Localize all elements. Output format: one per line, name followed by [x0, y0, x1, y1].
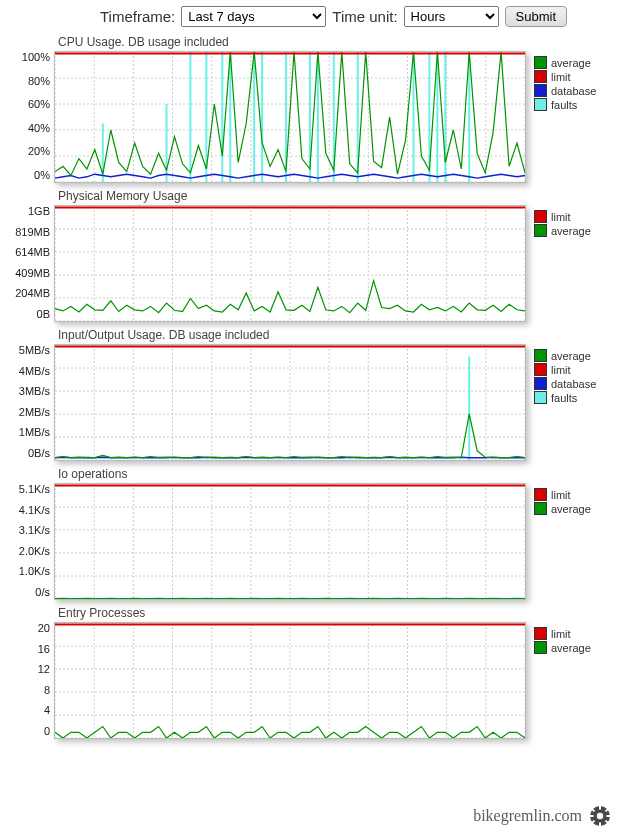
y-axis-labels: 5.1K/s4.1K/s3.1K/s2.0K/s1.0K/s0/s — [0, 483, 54, 598]
y-tick: 204MB — [0, 287, 50, 299]
y-tick: 4MB/s — [0, 365, 50, 377]
legend: limitaverage — [526, 622, 604, 655]
legend-label: faults — [551, 99, 577, 111]
chart-title: Physical Memory Usage — [58, 189, 618, 203]
y-tick: 4.1K/s — [0, 504, 50, 516]
y-tick: 80% — [0, 75, 50, 87]
limit-swatch — [534, 70, 547, 83]
legend: limitaverage — [526, 205, 604, 238]
legend: averagelimitdatabasefaults — [526, 51, 604, 112]
y-tick: 819MB — [0, 226, 50, 238]
legend-item: average — [534, 56, 604, 69]
plot-area — [54, 51, 526, 183]
chart-io: Input/Output Usage. DB usage included5MB… — [0, 328, 618, 461]
chart-title: Input/Output Usage. DB usage included — [58, 328, 618, 342]
y-tick: 40% — [0, 122, 50, 134]
faults-swatch — [534, 98, 547, 111]
legend-item: average — [534, 349, 604, 362]
chart-ep: Entry Processes201612840limitaverage — [0, 606, 618, 739]
legend-label: average — [551, 350, 591, 362]
y-tick: 2.0K/s — [0, 545, 50, 557]
plot-area — [54, 205, 526, 322]
average-swatch — [534, 224, 547, 237]
y-tick: 1.0K/s — [0, 565, 50, 577]
timeunit-label: Time unit: — [332, 8, 397, 25]
chart-title: Entry Processes — [58, 606, 618, 620]
y-axis-labels: 1GB819MB614MB409MB204MB0B — [0, 205, 54, 320]
average-swatch — [534, 641, 547, 654]
legend-item: limit — [534, 627, 604, 640]
legend-item: limit — [534, 210, 604, 223]
legend: averagelimitdatabasefaults — [526, 344, 604, 405]
y-tick: 0% — [0, 169, 50, 181]
y-tick: 5MB/s — [0, 344, 50, 356]
timeunit-select[interactable]: Hours — [404, 6, 499, 27]
average-swatch — [534, 349, 547, 362]
legend-label: average — [551, 642, 591, 654]
controls-bar: Timeframe: Last 7 days Time unit: Hours … — [0, 0, 618, 31]
y-tick: 3MB/s — [0, 385, 50, 397]
y-tick: 614MB — [0, 246, 50, 258]
legend-item: database — [534, 377, 604, 390]
average-swatch — [534, 502, 547, 515]
footer-watermark: bikegremlin.com — [473, 804, 612, 828]
database-swatch — [534, 84, 547, 97]
y-tick: 16 — [0, 643, 50, 655]
plot-area — [54, 344, 526, 461]
legend-item: average — [534, 224, 604, 237]
legend-label: database — [551, 378, 596, 390]
legend-item: limit — [534, 488, 604, 501]
svg-rect-124 — [607, 815, 611, 817]
limit-swatch — [534, 488, 547, 501]
legend-label: average — [551, 57, 591, 69]
chart-title: CPU Usage. DB usage included — [58, 35, 618, 49]
legend-label: limit — [551, 71, 571, 83]
y-tick: 0B/s — [0, 447, 50, 459]
gear-icon — [588, 804, 612, 828]
legend-item: limit — [534, 70, 604, 83]
y-tick: 100% — [0, 51, 50, 63]
y-tick: 409MB — [0, 267, 50, 279]
legend-item: faults — [534, 391, 604, 404]
chart-cpu: CPU Usage. DB usage included100%80%60%40… — [0, 35, 618, 183]
limit-swatch — [534, 210, 547, 223]
legend-item: faults — [534, 98, 604, 111]
limit-swatch — [534, 363, 547, 376]
limit-swatch — [534, 627, 547, 640]
y-tick: 2MB/s — [0, 406, 50, 418]
footer-text: bikegremlin.com — [473, 807, 582, 825]
y-tick: 20% — [0, 145, 50, 157]
y-tick: 60% — [0, 98, 50, 110]
y-axis-labels: 201612840 — [0, 622, 54, 737]
y-tick: 4 — [0, 704, 50, 716]
chart-iops: Io operations5.1K/s4.1K/s3.1K/s2.0K/s1.0… — [0, 467, 618, 600]
average-swatch — [534, 56, 547, 69]
plot-area — [54, 622, 526, 739]
svg-point-120 — [597, 813, 603, 819]
y-tick: 12 — [0, 663, 50, 675]
y-tick: 3.1K/s — [0, 524, 50, 536]
legend: limitaverage — [526, 483, 604, 516]
svg-rect-123 — [590, 815, 594, 817]
legend-item: limit — [534, 363, 604, 376]
legend-item: average — [534, 502, 604, 515]
legend-label: limit — [551, 211, 571, 223]
y-tick: 0 — [0, 725, 50, 737]
legend-item: average — [534, 641, 604, 654]
legend-item: database — [534, 84, 604, 97]
chart-mem: Physical Memory Usage1GB819MB614MB409MB2… — [0, 189, 618, 322]
y-tick: 1GB — [0, 205, 50, 217]
legend-label: average — [551, 503, 591, 515]
legend-label: faults — [551, 392, 577, 404]
y-axis-labels: 5MB/s4MB/s3MB/s2MB/s1MB/s0B/s — [0, 344, 54, 459]
submit-button[interactable]: Submit — [505, 6, 567, 27]
legend-label: limit — [551, 489, 571, 501]
y-tick: 0/s — [0, 586, 50, 598]
legend-label: database — [551, 85, 596, 97]
timeframe-select[interactable]: Last 7 days — [181, 6, 326, 27]
database-swatch — [534, 377, 547, 390]
legend-label: limit — [551, 364, 571, 376]
timeframe-label: Timeframe: — [100, 8, 175, 25]
legend-label: average — [551, 225, 591, 237]
plot-area — [54, 483, 526, 600]
